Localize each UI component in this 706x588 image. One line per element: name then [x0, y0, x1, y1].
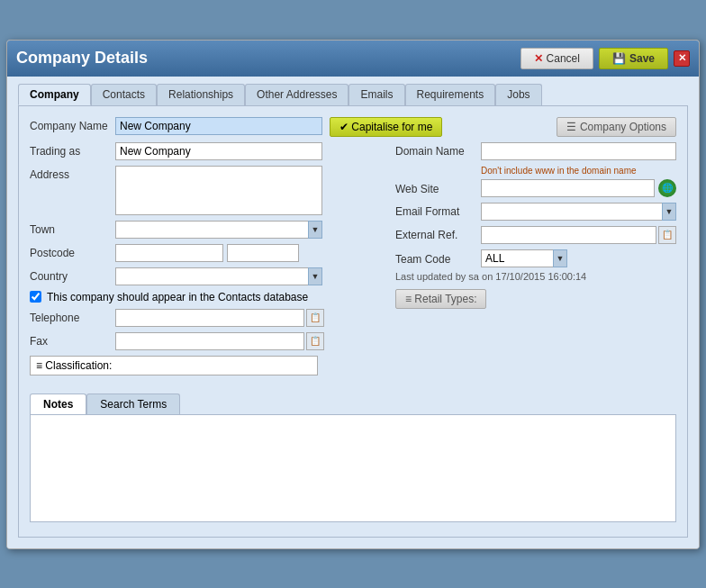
website-input[interactable]: [481, 179, 655, 197]
tab-requirements[interactable]: Requirements: [405, 84, 496, 105]
header-buttons: ✕ Cancel 💾 Save ✕: [520, 48, 690, 69]
postcode-input2[interactable]: [227, 244, 299, 262]
retail-types-label: ≡ Retail Types:: [405, 293, 476, 305]
domain-name-label: Domain Name: [395, 142, 481, 158]
team-code-input[interactable]: [481, 249, 553, 267]
capitalise-button[interactable]: ✔ Capitalise for me: [330, 117, 442, 137]
email-format-arrow[interactable]: ▼: [662, 203, 676, 221]
last-updated: Last updated by sa on 17/10/2015 16:00:1…: [395, 271, 676, 282]
window-title: Company Details: [16, 49, 148, 68]
email-format-label: Email Format: [395, 203, 481, 218]
telephone-label: Telephone: [30, 309, 115, 324]
postcode-input1[interactable]: [115, 244, 223, 262]
postcode-row: Postcode: [30, 244, 381, 262]
classification-row: ≡ Classification:: [30, 356, 381, 381]
fax-input[interactable]: [115, 332, 304, 350]
email-format-wrapper: ▼: [481, 203, 676, 221]
postcode-inputs: [115, 244, 299, 262]
main-tabs: Company Contacts Relationships Other Add…: [18, 84, 688, 105]
domain-name-input[interactable]: [481, 142, 676, 160]
company-name-label: Company Name: [30, 117, 115, 132]
cancel-icon: ✕: [534, 52, 543, 65]
country-row: Country ▼: [30, 267, 381, 285]
classification-button[interactable]: ≡ Classification:: [30, 356, 318, 375]
town-dropdown-arrow[interactable]: ▼: [308, 221, 322, 239]
country-input[interactable]: [115, 267, 308, 285]
title-bar: Company Details ✕ Cancel 💾 Save ✕: [7, 41, 699, 77]
main-window: Company Details ✕ Cancel 💾 Save ✕ Compan…: [6, 40, 700, 549]
checkbox-row: This company should appear in the Contac…: [30, 291, 381, 303]
right-column: Domain Name Don't include www in the dom…: [395, 142, 676, 386]
website-row: Web Site 🌐: [395, 179, 676, 197]
tab-relationships[interactable]: Relationships: [157, 84, 245, 105]
postcode-label: Postcode: [30, 244, 115, 259]
country-label: Country: [30, 267, 115, 283]
tab-content-company: Company Name ✔ Capitalise for me ☰ Compa…: [18, 105, 688, 538]
main-form: Trading as Address Town ▼: [30, 142, 676, 386]
website-label: Web Site: [395, 180, 481, 195]
trading-as-row: Trading as: [30, 142, 381, 160]
left-column: Trading as Address Town ▼: [30, 142, 381, 386]
town-label: Town: [30, 221, 115, 236]
external-ref-label: External Ref.: [395, 226, 481, 241]
country-input-wrapper: ▼: [115, 267, 322, 285]
domain-hint: Don't include www in the domain name: [481, 166, 676, 176]
contacts-checkbox[interactable]: [30, 291, 41, 303]
external-ref-row: External Ref. 📋: [395, 226, 676, 244]
external-ref-copy-icon[interactable]: 📋: [658, 226, 676, 244]
tab-notes[interactable]: Notes: [30, 394, 86, 414]
email-format-input[interactable]: [481, 203, 662, 221]
fax-copy-icon[interactable]: 📋: [306, 332, 324, 350]
team-code-row: Team Code ▼: [395, 249, 676, 267]
classification-label: ≡ Classification:: [36, 359, 112, 372]
town-row: Town ▼: [30, 221, 381, 239]
team-code-arrow[interactable]: ▼: [553, 249, 567, 267]
company-name-row: Company Name ✔ Capitalise for me ☰ Compa…: [30, 117, 676, 137]
team-code-label: Team Code: [395, 250, 481, 266]
retail-types-button[interactable]: ≡ Retail Types:: [395, 289, 486, 309]
tab-other-addresses[interactable]: Other Addresses: [245, 84, 348, 105]
globe-icon[interactable]: 🌐: [658, 179, 676, 197]
telephone-copy-icon[interactable]: 📋: [306, 309, 324, 327]
save-button[interactable]: 💾 Save: [599, 48, 668, 69]
company-options-icon: ☰: [566, 121, 576, 133]
town-input[interactable]: [115, 221, 308, 239]
content-area: Company Contacts Relationships Other Add…: [7, 77, 699, 548]
checkbox-label: This company should appear in the Contac…: [47, 291, 308, 303]
bottom-tabs: Notes Search Terms: [30, 394, 676, 414]
company-name-input[interactable]: [115, 117, 322, 135]
tab-contacts[interactable]: Contacts: [91, 84, 157, 105]
tab-emails[interactable]: Emails: [348, 84, 404, 105]
domain-name-row: Domain Name: [395, 142, 676, 160]
email-format-row: Email Format ▼: [395, 203, 676, 221]
address-row: Address: [30, 166, 381, 215]
cancel-label: Cancel: [547, 52, 580, 65]
tab-search-terms[interactable]: Search Terms: [86, 394, 180, 414]
retail-types-wrapper: ≡ Retail Types:: [395, 289, 676, 309]
save-icon: 💾: [612, 52, 626, 65]
telephone-input[interactable]: [115, 309, 304, 327]
capitalise-label: ✔ Capitalise for me: [339, 121, 432, 133]
fax-row: Fax 📋: [30, 332, 381, 350]
team-code-wrapper: ▼: [481, 249, 567, 267]
notes-textarea[interactable]: [30, 414, 676, 522]
save-label: Save: [629, 52, 655, 65]
telephone-row: Telephone 📋: [30, 309, 381, 327]
town-input-wrapper: ▼: [115, 221, 322, 239]
fax-label: Fax: [30, 332, 115, 348]
tab-jobs[interactable]: Jobs: [495, 84, 541, 105]
address-input[interactable]: [115, 166, 322, 215]
company-options-label: Company Options: [580, 121, 666, 133]
external-ref-input[interactable]: [481, 226, 656, 244]
address-label: Address: [30, 166, 115, 181]
company-options-button[interactable]: ☰ Company Options: [557, 117, 676, 137]
cancel-button[interactable]: ✕ Cancel: [520, 48, 593, 69]
tab-company[interactable]: Company: [18, 84, 91, 105]
trading-as-label: Trading as: [30, 142, 115, 158]
close-button[interactable]: ✕: [674, 50, 690, 67]
trading-as-input[interactable]: [115, 142, 322, 160]
country-dropdown-arrow[interactable]: ▼: [308, 267, 322, 285]
